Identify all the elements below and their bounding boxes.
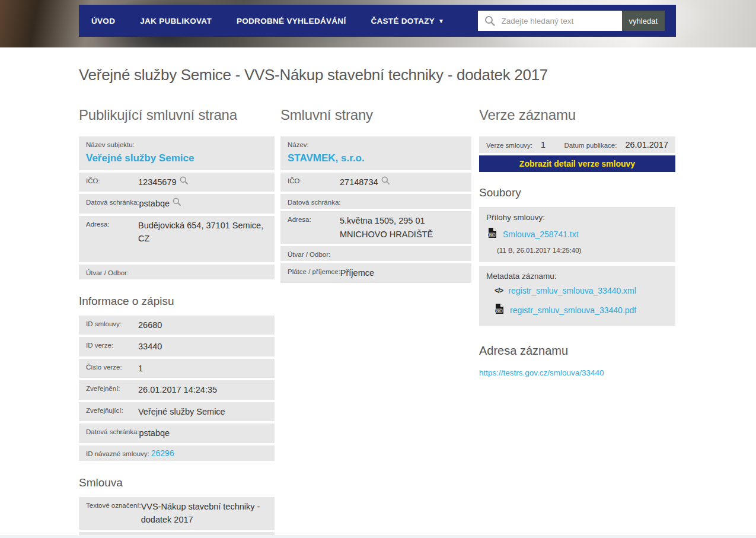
field-row-platce-prijemce: Plátce / příjemce: Příjemce [280,263,471,282]
search-icon [484,15,496,29]
field-label: Datová schránka: [86,197,139,206]
section-heading-contract: Smlouva [79,476,275,489]
metadata-xml-link[interactable]: registr_smluv_smlouva_33440.xml [508,286,636,295]
record-address-link[interactable]: https://testrs.gov.cz/smlouva/33440 [479,368,604,377]
field-value: 5.května 1505, 295 01 MNICHOVO HRADIŠTĚ [340,214,461,241]
section-heading-version: Verze záznamu [479,107,675,123]
field-label: Číslo verze: [86,362,138,371]
field-row-party-adresa: Adresa: 5.května 1505, 295 01 MNICHOVO H… [280,211,471,244]
field-label: Název subjektu: [86,141,267,148]
field-value: VVS-Nákup stavební techniky - dodatek 20… [141,500,263,527]
show-version-detail-button[interactable]: Zobrazit detail verze smlouvy [479,155,675,172]
field-row-utvar-odbor: Útvar / Odbor: [79,265,275,279]
field-label: ID smlouvy: [86,319,138,327]
field-row-party-datova-schranka: Datová schránka: [280,194,471,209]
attachments-block: Přílohy smlouvy: PDF Smlouva_258741.txt … [479,207,675,262]
field-label: Útvar / Odbor: [86,268,138,276]
field-value: 33440 [138,340,162,353]
related-contract-link[interactable]: 26296 [151,448,174,458]
field-label: ID verze: [86,340,138,349]
attachment-file-link[interactable]: Smlouva_258741.txt [503,230,579,239]
nav-item-podrobne-vyhledavani[interactable]: PODROBNÉ VYHLEDÁVÁNÍ [224,17,359,26]
field-value: pstabqe [139,197,170,210]
field-row-cislo-verze: Číslo verze: 1 [79,359,275,378]
attachment-file-meta: (11 B, 26.01.2017 14:25:40) [497,247,668,254]
field-row-party-utvar: Útvar / Odbor: [280,246,471,261]
party-name-block: Název: STAVMEK, s.r.o. [280,136,471,170]
field-value: 1 [138,362,143,375]
search-input[interactable] [478,11,622,31]
field-label: Plátce / příjemce: [288,266,340,275]
publisher-name-link[interactable]: Veřejné služby Semice [86,152,194,164]
field-row-datova-schranka: Datová schránka: pstabqe [79,194,275,213]
field-label: Název: [288,141,464,148]
field-value: Veřejné služby Semice [138,405,225,418]
nav-item-label: ČASTÉ DOTAZY [371,17,435,26]
nav-item-caste-dotazy[interactable]: ČASTÉ DOTAZY▼ [358,17,457,26]
field-label: Zveřejňující: [86,405,138,414]
metadata-block: Metadata záznamu: </> registr_smluv_smlo… [479,266,675,326]
field-label: Útvar / Odbor: [288,249,340,258]
field-label: Verze smlouvy: [486,141,532,149]
nav-item-jak-publikovat[interactable]: JAK PUBLIKOVAT [127,17,224,26]
field-label: Adresa: [86,219,138,228]
field-label: Datová schránka: [86,426,139,435]
lookup-search-icon[interactable] [381,176,390,187]
publisher-name-block: Název subjektu: Veřejné služby Semice [79,136,275,170]
metadata-pdf-link[interactable]: registr_smluv_smlouva_33440.pdf [510,305,636,315]
field-row-adresa: Adresa: Budějovická 654, 37101 Semice, C… [79,216,275,262]
section-heading-publisher: Publikující smluvní strana [79,107,275,123]
header-photo-banner: ÚVOD JAK PUBLIKOVAT PODROBNÉ VYHLEDÁVÁNÍ… [0,0,756,47]
field-value: pstabqe [139,426,170,440]
field-value: 26.01.2017 [625,140,668,149]
field-value: 26680 [138,319,162,332]
field-value: Budějovická 654, 37101 Semice, CZ [138,219,267,246]
xml-file-icon: </> [495,286,503,295]
field-label: Adresa: [288,214,340,223]
pdf-file-icon: PDF [495,303,505,317]
section-heading-registration: Informace o zápisu [79,295,275,308]
field-label: IČO: [288,176,340,184]
field-row-id-verze: ID verze: 33440 [79,337,275,356]
field-label: Datová schránka: [288,197,341,206]
field-row-textove-oznaceni: Textové označení: VVS-Nákup stavební tec… [79,497,275,530]
field-row-datova-schranka-zapis: Datová schránka: pstabqe [79,424,275,443]
field-row-zverejneni: Zveřejnění: 26.01.2017 14:24:35 [79,380,275,399]
metadata-label: Metadata záznamu: [486,272,668,281]
lookup-search-icon[interactable] [179,176,189,187]
section-heading-record-address: Adresa záznamu [479,344,675,358]
field-label: ID návazné smlouvy: [86,448,149,457]
party-name-link[interactable]: STAVMEK, s.r.o. [288,152,365,164]
field-row-party-ico: IČO: 27148734 [280,173,471,192]
page-title: Veřejné služby Semice - VVS-Nákup staveb… [79,66,676,84]
svg-text:PDF: PDF [496,310,501,313]
section-heading-parties: Smluvní strany [280,107,471,123]
pdf-file-icon: PDF [487,227,497,241]
field-value: Příjemce [340,266,374,279]
version-summary-row: Verze smlouvy: 1 Datum publikace: 26.01.… [479,136,675,153]
main-navbar: ÚVOD JAK PUBLIKOVAT PODROBNÉ VYHLEDÁVÁNÍ… [79,5,676,37]
attachments-label: Přílohy smlouvy: [486,213,668,222]
section-heading-files: Soubory [479,186,675,199]
field-row-id-smlouvy: ID smlouvy: 26680 [79,316,275,335]
search-submit-button[interactable]: vyhledat [622,11,665,31]
field-label: Textové označení: [86,500,141,509]
svg-text:PDF: PDF [489,234,494,237]
field-label: Zveřejnění: [86,383,138,392]
page-bottom-edge [0,535,756,538]
field-value: 1 [541,140,564,149]
field-value: 27148734 [340,176,378,189]
lookup-search-icon[interactable] [172,197,181,209]
field-label: IČO: [86,176,138,184]
field-value: 12345679 [138,176,177,189]
field-value: 26.01.2017 14:24:35 [138,383,217,396]
chevron-down-icon: ▼ [438,18,444,24]
field-row-ico: IČO: 12345679 [79,173,275,192]
field-label: Datum publikace: [564,141,617,149]
field-row-zverejnujici: Zveřejňující: Veřejné služby Semice [79,402,275,421]
field-row-id-navazne-smlouvy: ID návazné smlouvy: 26296 [79,445,275,461]
nav-item-uvod[interactable]: ÚVOD [79,17,127,26]
